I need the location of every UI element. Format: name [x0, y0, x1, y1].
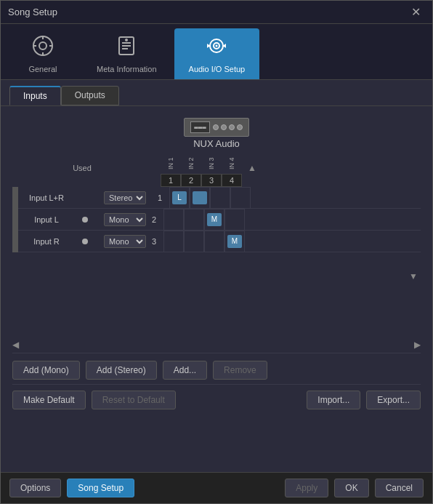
tab-meta[interactable]: Meta Information — [82, 28, 171, 79]
in1-label: IN 1 — [168, 155, 174, 172]
grid-cell-1-3 — [224, 209, 245, 231]
reset-to-default-button[interactable]: Reset to Default — [92, 391, 176, 409]
device-icon: ▬▬▬ — [184, 118, 248, 137]
add-button[interactable]: Add... — [163, 361, 207, 380]
tab-general[interactable]: General — [7, 28, 79, 79]
grid-cell-0-0[interactable]: L — [169, 187, 190, 209]
mode-select-0[interactable]: Stereo Mono — [104, 191, 146, 204]
input-row-1: Input L Mono Stereo 2 — [12, 209, 421, 231]
color-bar-1 — [12, 209, 18, 231]
close-button[interactable]: ✕ — [407, 5, 425, 20]
bottom-bar: Options Song Setup Apply OK Cancel — [1, 472, 432, 503]
svg-point-10 — [125, 39, 128, 41]
scroll-up-arrow[interactable]: ▲ — [248, 164, 256, 172]
title-bar: Song Setup ✕ — [1, 1, 432, 24]
main-panel: ▬▬▬ NUX Audio Used — [1, 106, 432, 472]
song-setup-window: Song Setup ✕ General — [0, 0, 433, 504]
sub-tab-inputs[interactable]: Inputs — [9, 86, 61, 105]
input-row-0: Input L+R Stereo Mono 1 L — [12, 187, 421, 209]
song-setup-button[interactable]: Song Setup — [67, 479, 134, 497]
tab-audio-io-label: Audio I/O Setup — [189, 65, 246, 73]
apply-button[interactable]: Apply — [285, 479, 328, 497]
grid-cell-2-3[interactable]: M — [224, 231, 245, 252]
in2-label: IN 2 — [188, 155, 195, 172]
window-title: Song Setup — [8, 7, 57, 17]
input-name-1: Input L — [21, 215, 72, 224]
empty-space — [12, 252, 421, 340]
ch-num-0: 1 — [153, 193, 166, 202]
mode-select-wrap-2: Mono Stereo 3 — [104, 235, 161, 248]
main-tabs: General Meta Information — [1, 24, 432, 80]
used-cell-1 — [72, 215, 98, 225]
grid-cell-0-3 — [230, 187, 251, 209]
scroll-left-arrow[interactable]: ◀ — [12, 340, 19, 350]
options-button[interactable]: Options — [9, 479, 61, 497]
in3-num: 3 — [201, 174, 222, 187]
remove-button[interactable]: Remove — [213, 361, 267, 380]
in3-label: IN 3 — [209, 155, 215, 172]
in4-num: 4 — [222, 174, 242, 187]
tab-meta-label: Meta Information — [97, 65, 157, 73]
grid-cell-1-2[interactable]: M — [204, 209, 224, 231]
grid-cell-0-1[interactable] — [190, 187, 210, 209]
mode-select-1[interactable]: Mono Stereo — [104, 213, 146, 226]
grid-btn-M-2[interactable]: M — [227, 235, 242, 248]
ch-num-2: 3 — [147, 237, 161, 246]
rack-display: ▬▬▬ — [190, 121, 209, 133]
color-bar-2 — [12, 231, 18, 252]
sub-tabs: Inputs Outputs — [1, 80, 432, 106]
input-name-0: Input L+R — [21, 193, 72, 202]
in4-label: IN 4 — [229, 155, 235, 172]
grid-cell-2-2 — [204, 231, 224, 252]
mode-select-wrap-0: Stereo Mono 1 — [104, 191, 166, 204]
used-dot-1 — [82, 217, 88, 223]
rack-dot-4 — [237, 124, 243, 130]
grid-btn-L[interactable]: L — [172, 191, 187, 204]
device-name: NUX Audio — [193, 138, 240, 149]
scroll-down-arrow[interactable]: ▼ — [409, 271, 418, 281]
mode-select-wrap-1: Mono Stereo 2 — [104, 213, 161, 226]
in-num-headers: 1 2 3 4 — [161, 174, 242, 187]
input-row-2: Input R Mono Stereo 3 — [12, 231, 421, 252]
in1-num: 1 — [161, 174, 181, 187]
hscroll-row: ◀ ▶ — [1, 340, 432, 350]
ch-num-1: 2 — [147, 215, 161, 224]
grid-cell-1-0 — [163, 209, 184, 231]
input-name-2: Input R — [21, 237, 72, 246]
meta-icon — [115, 34, 138, 62]
make-default-button[interactable]: Make Default — [12, 391, 86, 409]
add-stereo-button[interactable]: Add (Stereo) — [86, 361, 157, 380]
button-row-1: Add (Mono) Add (Stereo) Add... Remove — [1, 356, 432, 384]
grid-btn-R[interactable] — [193, 191, 207, 204]
rack-dot-3 — [229, 124, 235, 130]
button-row-2: Make Default Reset to Default Import... … — [1, 388, 432, 412]
sub-tab-outputs[interactable]: Outputs — [61, 86, 119, 105]
used-header: Used — [69, 164, 95, 172]
used-cell-2 — [72, 236, 98, 247]
audio-io-icon — [205, 34, 228, 62]
grid-cell-1-1 — [184, 209, 204, 231]
grid-cell-2-0 — [163, 231, 184, 252]
export-button[interactable]: Export... — [366, 391, 421, 409]
scroll-down-wrap: ▼ — [409, 271, 418, 281]
scroll-right-arrow[interactable]: ▶ — [414, 340, 421, 350]
used-dot-2 — [82, 239, 88, 244]
rack-dot-2 — [221, 124, 227, 130]
import-button[interactable]: Import... — [307, 391, 360, 409]
tab-audio-io[interactable]: Audio I/O Setup — [174, 28, 260, 79]
svg-point-13 — [216, 45, 218, 47]
mode-select-2[interactable]: Mono Stereo — [104, 235, 146, 248]
ok-button[interactable]: OK — [334, 479, 368, 497]
content-area: Inputs Outputs ▬▬▬ NUX Audio — [1, 80, 432, 472]
color-bar-0 — [12, 187, 18, 209]
grid-btn-M-1[interactable]: M — [207, 213, 222, 226]
device-section: ▬▬▬ NUX Audio — [1, 106, 432, 155]
rack-dot-1 — [213, 124, 219, 130]
cancel-button[interactable]: Cancel — [375, 479, 424, 497]
separator-2 — [12, 384, 421, 385]
grid-cell-2-1 — [184, 231, 204, 252]
separator-1 — [12, 353, 421, 353]
add-mono-button[interactable]: Add (Mono) — [12, 361, 80, 380]
rack-dots — [213, 124, 243, 130]
in2-num: 2 — [181, 174, 201, 187]
